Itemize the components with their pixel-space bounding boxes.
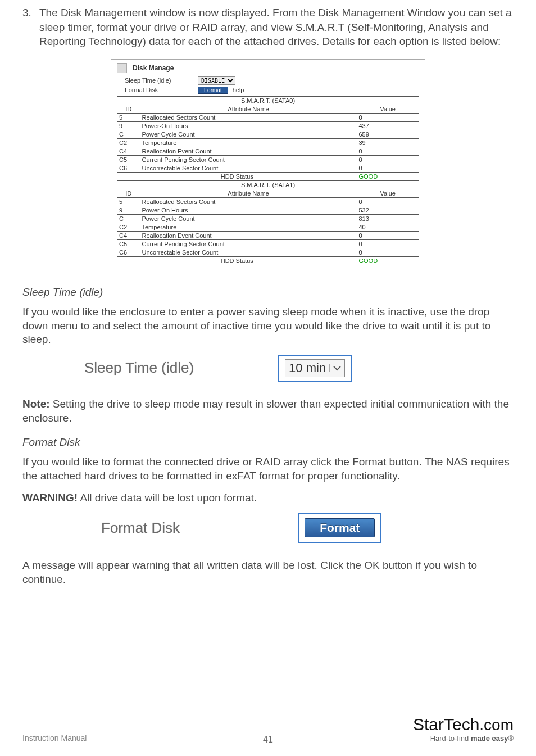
- sata0-table: ID Attribute Name Value 5Reallocated Sec…: [117, 105, 419, 181]
- table-row: C2Temperature39: [117, 138, 419, 147]
- disk-manage-title: Disk Manage: [133, 64, 174, 72]
- step-body: The Disk Management window is now displa…: [39, 6, 514, 49]
- status-row: HDD StatusGOOD: [117, 256, 419, 265]
- format-disk-inset: Format Disk Format: [101, 513, 514, 543]
- disk-manage-icon: [117, 63, 127, 73]
- table-row: C4Reallocation Event Count0: [117, 231, 419, 239]
- format-after-text: A message will appear warning that all w…: [22, 559, 514, 586]
- sleep-time-heading: Sleep Time (idle): [22, 286, 514, 298]
- format-disk-inset-label: Format Disk: [101, 519, 180, 537]
- help-link[interactable]: help: [233, 87, 244, 93]
- sleep-time-inset: Sleep Time (idle) 10 min: [84, 355, 514, 382]
- sleep-time-body: If you would like the enclosure to enter…: [22, 305, 514, 347]
- sata0-header: S.M.A.R.T. (SATA0): [117, 97, 419, 105]
- status-badge: GOOD: [357, 256, 419, 265]
- col-value: Value: [357, 105, 419, 114]
- format-button[interactable]: Format: [305, 518, 375, 537]
- sleep-time-select[interactable]: DISABLE: [198, 76, 235, 85]
- table-row: 5Reallocated Sectors Count0: [117, 197, 419, 206]
- disk-manage-screenshot: Disk Manage Sleep Time (idle) DISABLE Fo…: [111, 59, 425, 269]
- sleep-time-value: 10 min: [285, 360, 329, 377]
- step-number: 3.: [22, 6, 39, 49]
- col-id: ID: [117, 105, 140, 114]
- col-id: ID: [117, 189, 140, 198]
- table-row: 9Power-On Hours437: [117, 121, 419, 130]
- col-attr: Attribute Name: [140, 189, 357, 198]
- sleep-time-inset-select: 10 min: [278, 355, 352, 382]
- status-badge: GOOD: [357, 172, 419, 180]
- table-row: C4Reallocation Event Count0: [117, 147, 419, 155]
- table-row: C6Uncorrectable Sector Count0: [117, 248, 419, 256]
- format-button[interactable]: Format: [198, 87, 228, 94]
- format-disk-inset-box: Format: [298, 513, 381, 543]
- format-disk-warning: WARNING! All drive data will be lost upo…: [22, 491, 514, 505]
- sata1-header: S.M.A.R.T. (SATA1): [117, 181, 419, 189]
- table-row: C6Uncorrectable Sector Count0: [117, 164, 419, 172]
- smart-sata0: S.M.A.R.T. (SATA0) ID Attribute Name Val…: [117, 96, 419, 265]
- sleep-time-inset-label: Sleep Time (idle): [84, 359, 194, 377]
- format-disk-body: If you would like to format the connecte…: [22, 455, 514, 483]
- table-row: CPower Cycle Count813: [117, 214, 419, 223]
- format-disk-heading: Format Disk: [22, 436, 514, 449]
- table-row: C5Current Pending Sector Count0: [117, 239, 419, 248]
- col-attr: Attribute Name: [140, 105, 357, 114]
- table-row: C5Current Pending Sector Count0: [117, 155, 419, 164]
- table-row: C2Temperature40: [117, 223, 419, 231]
- table-row: 5Reallocated Sectors Count0: [117, 113, 419, 121]
- sata1-table: ID Attribute Name Value 5Reallocated Sec…: [117, 189, 419, 265]
- col-value: Value: [357, 189, 419, 198]
- format-disk-label: Format Disk: [125, 87, 198, 93]
- status-row: HDD StatusGOOD: [117, 172, 419, 180]
- note-text: Note: Setting the drive to sleep mode ma…: [22, 397, 514, 425]
- table-row: CPower Cycle Count659: [117, 130, 419, 138]
- table-row: 9Power-On Hours532: [117, 206, 419, 214]
- page-number: 41: [0, 735, 536, 745]
- step-3: 3. The Disk Management window is now dis…: [22, 6, 514, 49]
- sleep-time-label: Sleep Time (idle): [125, 77, 198, 84]
- chevron-down-icon[interactable]: [329, 364, 344, 372]
